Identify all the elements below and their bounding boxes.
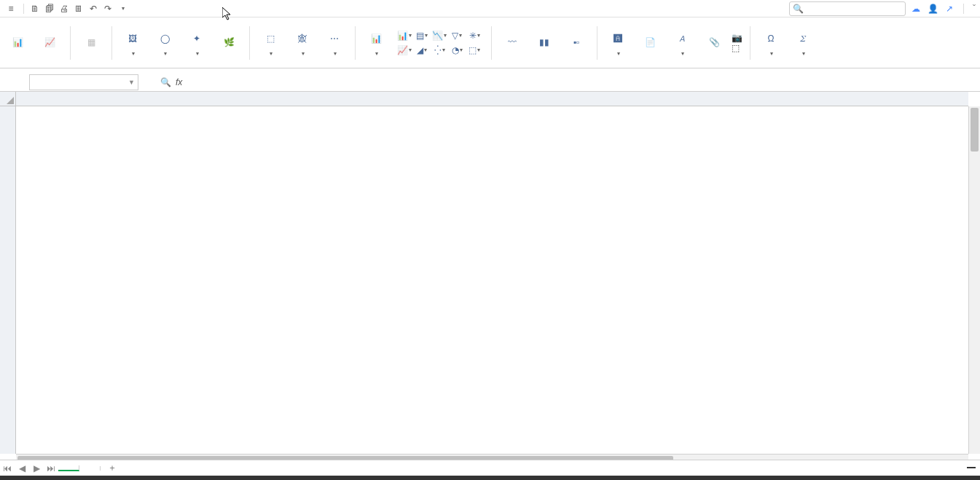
chart-pie-icon[interactable]: ◔	[449, 44, 465, 57]
sheet-tab-basic-data[interactable]	[58, 465, 79, 471]
flowchart-button[interactable]: ⬚	[256, 21, 285, 65]
sparkline-winloss-button[interactable]: ▪▫	[562, 21, 591, 65]
name-box[interactable]: ▼	[29, 74, 138, 90]
share-link[interactable]: ↗	[946, 4, 954, 14]
vertical-scrollbar[interactable]	[968, 106, 980, 454]
sparkline-col-button[interactable]: ▮▮	[530, 21, 559, 65]
undo-icon[interactable]: ↶	[87, 2, 100, 15]
chart-scatter-icon[interactable]: ⁛	[431, 44, 447, 57]
shapes-button[interactable]: ◯	[150, 21, 179, 65]
chart-radar-icon[interactable]: ✳	[466, 29, 482, 42]
object-button[interactable]: ⬚	[732, 43, 744, 53]
collapse-ribbon-icon[interactable]: ˇ	[973, 4, 976, 14]
status-time	[967, 467, 976, 468]
add-sheet-button[interactable]: ＋	[101, 462, 124, 474]
textbox-button[interactable]: 🅰	[603, 21, 632, 65]
redo-icon[interactable]: ↷	[101, 2, 114, 15]
name-box-dropdown-icon[interactable]: ▼	[128, 79, 135, 86]
mindmap-button[interactable]: 🕸	[288, 21, 317, 65]
ribbon-insert: 📊 📈 ▦ 🖼 ◯ ✦ 🌿 ⬚ 🕸 ⋯ 📊 📊 ▤ 📉 ▽ ✳ 📈 ◢ ⁛ ◔ …	[0, 17, 980, 68]
camera-button[interactable]: 📷	[732, 33, 744, 43]
search-icon: 🔍	[793, 4, 804, 14]
chart-line-icon[interactable]: 📈	[396, 44, 412, 57]
cell-grid[interactable]	[16, 106, 968, 454]
header-footer-button[interactable]: 📄	[635, 21, 665, 65]
formula-input[interactable]	[187, 77, 478, 87]
column-headers[interactable]	[16, 92, 968, 106]
pivot-chart-button[interactable]: 📈	[35, 21, 64, 65]
fx-icon[interactable]: fx	[176, 77, 182, 87]
print-preview-icon[interactable]: 🗐	[43, 2, 56, 15]
qat-more-icon[interactable]	[116, 2, 129, 15]
sheet-nav-last-icon[interactable]: ⏭	[44, 463, 58, 473]
divider	[23, 4, 24, 14]
sheet-nav-prev-icon[interactable]: ◀	[15, 463, 29, 473]
search-fn-icon[interactable]: 🔍	[160, 77, 171, 87]
icons-button[interactable]: ✦	[182, 21, 211, 65]
assets-button[interactable]: 🌿	[214, 21, 243, 65]
save-icon[interactable]: 🗎	[28, 2, 42, 15]
table-button: ▦	[77, 21, 106, 65]
print-icon[interactable]: 🖨	[58, 2, 71, 15]
collab-link[interactable]: 👤	[928, 4, 940, 14]
sparkline-line-button[interactable]: 〰	[498, 21, 527, 65]
picture-button[interactable]: 🖼	[118, 21, 147, 65]
unsaved-link[interactable]: ☁	[912, 4, 922, 14]
equation-button[interactable]: 𝛴	[788, 21, 818, 65]
pivot-table-button[interactable]: 📊	[3, 21, 32, 65]
sheet-tab-pivot[interactable]	[79, 466, 101, 471]
chart-stock-icon[interactable]: 📉	[431, 29, 447, 42]
print-layout-icon[interactable]: 🗏	[72, 2, 85, 15]
command-search[interactable]: 🔍	[789, 1, 906, 16]
more-button[interactable]: ⋯	[320, 21, 349, 65]
wordart-button[interactable]: 𝘈	[667, 21, 697, 65]
search-input[interactable]	[804, 4, 904, 13]
vscroll-thumb[interactable]	[971, 108, 979, 152]
formula-bar: ▼ 🔍 fx	[0, 73, 980, 92]
sheet-nav-first-icon[interactable]: ⏮	[0, 463, 15, 473]
chart-combo-icon[interactable]: ⬚	[466, 44, 482, 57]
chart-bar-icon[interactable]: ▤	[414, 29, 430, 42]
sheet-tab-bar: ⏮ ◀ ▶ ⏭ ＋	[0, 460, 980, 476]
divider	[963, 4, 964, 14]
row-headers[interactable]	[0, 106, 16, 454]
select-all-corner[interactable]	[0, 92, 16, 106]
attach-button[interactable]: 📎	[699, 21, 729, 65]
sheet-nav-next-icon[interactable]: ▶	[29, 463, 44, 473]
chart-col-icon[interactable]: 📊	[396, 29, 412, 42]
status-bar	[0, 476, 980, 480]
chart-area-icon[interactable]: ◢	[414, 44, 430, 57]
all-charts-button[interactable]: 📊	[361, 21, 391, 65]
chart-funnel-icon[interactable]: ▽	[449, 29, 465, 42]
menu-icon[interactable]: ≡	[4, 2, 17, 15]
symbol-button[interactable]: Ω	[756, 21, 785, 65]
